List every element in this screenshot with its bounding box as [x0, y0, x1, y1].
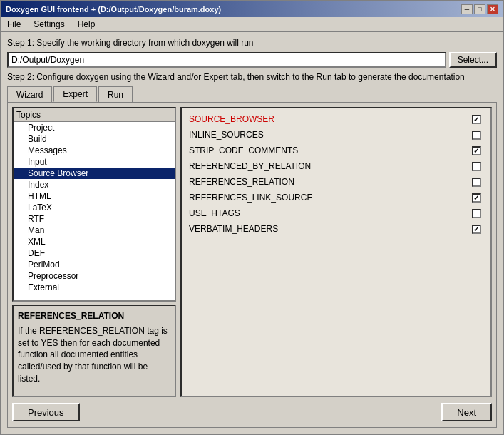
checkbox-wrapper-VERBATIM_HEADERS [469, 223, 483, 235]
option-label-INLINE_SOURCES: INLINE_SOURCES [189, 130, 264, 140]
checkbox-wrapper-REFERENCES_LINK_SOURCE [469, 192, 483, 203]
topic-item-xml[interactable]: XML [14, 236, 175, 247]
topic-item-input[interactable]: Input [14, 156, 175, 168]
checkbox-INLINE_SOURCES[interactable] [472, 130, 481, 140]
option-row-REFERENCES_RELATION: REFERENCES_RELATION [189, 175, 483, 188]
tab-run[interactable]: Run [98, 86, 133, 102]
previous-button[interactable]: Previous [12, 403, 80, 421]
topics-list[interactable]: ProjectBuildMessagesInputSource BrowserI… [14, 122, 175, 300]
checkbox-wrapper-REFERENCES_RELATION [469, 176, 483, 188]
left-panel: Topics ProjectBuildMessagesInputSource B… [12, 107, 176, 397]
right-panel: SOURCE_BROWSERINLINE_SOURCESSTRIP_CODE_C… [180, 107, 492, 397]
topic-item-rtf[interactable]: RTF [14, 213, 175, 225]
menu-settings[interactable]: Settings [31, 19, 67, 30]
title-bar-buttons: ─ □ ✕ [461, 4, 498, 14]
option-row-REFERENCED_BY_RELATION: REFERENCED_BY_RELATION [189, 160, 483, 173]
checkbox-STRIP_CODE_COMMENTS[interactable] [472, 146, 481, 155]
menu-file[interactable]: File [4, 19, 24, 30]
topic-item-latex[interactable]: LaTeX [14, 202, 175, 213]
option-label-VERBATIM_HEADERS: VERBATIM_HEADERS [189, 224, 278, 234]
minimize-button[interactable]: ─ [461, 4, 473, 14]
topic-item-build[interactable]: Build [14, 133, 175, 145]
main-window: Doxygen GUI frontend + (D:/Output/Doxyge… [0, 0, 504, 435]
maximize-button[interactable]: □ [474, 4, 485, 14]
description-text: If the REFERENCES_RELATION tag is set to… [18, 325, 170, 385]
option-row-REFERENCES_LINK_SOURCE: REFERENCES_LINK_SOURCE [189, 191, 483, 204]
directory-input[interactable] [7, 52, 446, 68]
topics-header: Topics [14, 108, 175, 122]
bottom-buttons: Previous Next [12, 401, 492, 423]
checkbox-wrapper-SOURCE_BROWSER [469, 113, 483, 125]
tab-wizard[interactable]: Wizard [7, 86, 52, 102]
checkbox-REFERENCED_BY_RELATION[interactable] [472, 162, 481, 171]
step2-label: Step 2: Configure doxygen using the Wiza… [7, 72, 497, 82]
topics-box: Topics ProjectBuildMessagesInputSource B… [12, 107, 176, 302]
option-label-STRIP_CODE_COMMENTS: STRIP_CODE_COMMENTS [189, 145, 298, 155]
topic-item-index[interactable]: Index [14, 179, 175, 190]
option-row-USE_HTAGS: USE_HTAGS [189, 207, 483, 220]
topic-item-man[interactable]: Man [14, 225, 175, 236]
step1-label: Step 1: Specify the working directory fr… [7, 38, 497, 48]
option-label-REFERENCED_BY_RELATION: REFERENCED_BY_RELATION [189, 161, 311, 171]
close-button[interactable]: ✕ [487, 4, 498, 14]
tab-bar: Wizard Expert Run [7, 86, 497, 102]
select-button[interactable]: Select... [449, 52, 497, 68]
checkbox-wrapper-INLINE_SOURCES [469, 129, 483, 140]
tabs-area: Wizard Expert Run Topics ProjectBuildMes… [7, 86, 497, 428]
option-row-VERBATIM_HEADERS: VERBATIM_HEADERS [189, 222, 483, 235]
main-content: Step 1: Specify the working directory fr… [1, 32, 503, 434]
directory-row: Select... [7, 52, 497, 68]
checkbox-USE_HTAGS[interactable] [472, 209, 481, 218]
option-row-SOURCE_BROWSER: SOURCE_BROWSER [189, 113, 483, 126]
option-label-REFERENCES_RELATION: REFERENCES_RELATION [189, 177, 294, 187]
checkbox-REFERENCES_LINK_SOURCE[interactable] [472, 193, 481, 203]
tab-content: Topics ProjectBuildMessagesInputSource B… [7, 102, 497, 428]
menu-help[interactable]: Help [75, 19, 98, 30]
description-box: REFERENCES_RELATION If the REFERENCES_RE… [12, 304, 176, 397]
next-button[interactable]: Next [441, 403, 492, 421]
main-panel: Topics ProjectBuildMessagesInputSource B… [12, 107, 492, 397]
topic-item-external[interactable]: External [14, 282, 175, 293]
option-label-SOURCE_BROWSER: SOURCE_BROWSER [189, 114, 274, 124]
topic-item-source_browser[interactable]: Source Browser [14, 168, 175, 179]
checkbox-wrapper-USE_HTAGS [469, 208, 483, 219]
window-title: Doxygen GUI frontend + (D:/Output/Doxyge… [6, 5, 221, 14]
menubar: File Settings Help [1, 17, 503, 32]
option-label-REFERENCES_LINK_SOURCE: REFERENCES_LINK_SOURCE [189, 193, 312, 203]
topic-item-messages[interactable]: Messages [14, 145, 175, 156]
checkbox-wrapper-STRIP_CODE_COMMENTS [469, 145, 483, 156]
checkbox-wrapper-REFERENCED_BY_RELATION [469, 160, 483, 172]
topic-item-preprocessor[interactable]: Preprocessor [14, 270, 175, 282]
option-row-STRIP_CODE_COMMENTS: STRIP_CODE_COMMENTS [189, 144, 483, 157]
topic-item-project[interactable]: Project [14, 122, 175, 133]
option-row-INLINE_SOURCES: INLINE_SOURCES [189, 128, 483, 141]
tab-expert[interactable]: Expert [53, 86, 97, 102]
description-title: REFERENCES_RELATION [18, 310, 170, 322]
checkbox-SOURCE_BROWSER[interactable] [472, 115, 481, 124]
topic-item-def[interactable]: DEF [14, 247, 175, 259]
topic-item-html[interactable]: HTML [14, 190, 175, 202]
option-label-USE_HTAGS: USE_HTAGS [189, 208, 240, 218]
title-bar: Doxygen GUI frontend + (D:/Output/Doxyge… [1, 1, 503, 17]
topic-item-perlmod[interactable]: PerlMod [14, 259, 175, 270]
checkbox-VERBATIM_HEADERS[interactable] [472, 225, 481, 234]
checkbox-REFERENCES_RELATION[interactable] [472, 178, 481, 187]
